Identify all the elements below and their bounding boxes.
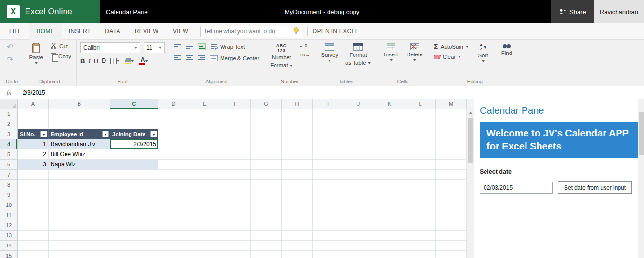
cell-C11[interactable] [110, 210, 158, 220]
cell-A1[interactable] [18, 109, 49, 119]
cell-G1[interactable] [251, 109, 282, 119]
cell-F12[interactable] [220, 220, 251, 231]
cell-I10[interactable] [313, 200, 343, 210]
cell-M3[interactable] [436, 129, 467, 139]
column-header-M[interactable]: M [436, 99, 467, 109]
row-header-14[interactable]: 14 [0, 241, 18, 251]
cell-B6[interactable]: Napa Wiz [49, 160, 110, 170]
cell-J6[interactable] [343, 160, 374, 170]
cell-F1[interactable] [220, 109, 251, 119]
cell-M13[interactable] [436, 231, 467, 241]
cell-J8[interactable] [343, 180, 374, 190]
cell-H8[interactable] [282, 180, 313, 190]
cell-G14[interactable] [251, 241, 282, 251]
align-bottom-button[interactable] [197, 42, 207, 51]
align-right-button[interactable] [197, 54, 206, 62]
cell-D14[interactable] [158, 241, 189, 251]
cell-G3[interactable] [251, 129, 282, 139]
select-all-button[interactable] [0, 99, 18, 109]
cell-E5[interactable] [189, 149, 220, 160]
cell-K2[interactable] [374, 119, 405, 129]
cell-I2[interactable] [313, 119, 343, 129]
cell-A2[interactable] [18, 119, 49, 129]
cell-H6[interactable] [282, 160, 313, 170]
cell-A6[interactable]: 3 [18, 160, 49, 170]
cell-L9[interactable] [405, 190, 436, 200]
cell-A11[interactable] [18, 210, 49, 220]
cell-K7[interactable] [374, 170, 405, 180]
cell-K3[interactable] [374, 129, 405, 139]
row-header-12[interactable]: 12 [0, 220, 18, 231]
cell-K14[interactable] [374, 241, 405, 251]
cell-A14[interactable] [18, 241, 49, 251]
row-header-4[interactable]: 4 [0, 139, 18, 149]
scroll-up-button[interactable] [467, 109, 474, 117]
cell-F11[interactable] [220, 210, 251, 220]
cell-B8[interactable] [49, 180, 110, 190]
cell-L4[interactable] [405, 139, 436, 149]
cell-H15[interactable] [282, 251, 313, 258]
cell-C3[interactable]: Joining Date [110, 129, 158, 139]
cell-A12[interactable] [18, 220, 49, 231]
cell-J3[interactable] [343, 129, 374, 139]
cell-A5[interactable]: 2 [18, 149, 49, 160]
column-header-G[interactable]: G [251, 99, 282, 109]
cell-B11[interactable] [49, 210, 110, 220]
sort-button[interactable]: AZ Sort [473, 42, 493, 63]
cell-I14[interactable] [313, 241, 343, 251]
cell-F13[interactable] [220, 231, 251, 241]
column-header-K[interactable]: K [374, 99, 405, 109]
cell-D2[interactable] [158, 119, 189, 129]
cell-L5[interactable] [405, 149, 436, 160]
cell-D5[interactable] [158, 149, 189, 160]
cell-A8[interactable] [18, 180, 49, 190]
fill-color-button[interactable] [124, 57, 135, 65]
excel-logo[interactable]: X Excel Online [0, 0, 100, 23]
cell-E1[interactable] [189, 109, 220, 119]
row-header-15[interactable]: 15 [0, 251, 18, 258]
cell-J4[interactable] [343, 139, 374, 149]
cell-H3[interactable] [282, 129, 313, 139]
cell-K15[interactable] [374, 251, 405, 258]
filter-button-A3[interactable] [40, 131, 47, 137]
cell-H9[interactable] [282, 190, 313, 200]
cell-D1[interactable] [158, 109, 189, 119]
cell-H10[interactable] [282, 200, 313, 210]
cell-J11[interactable] [343, 210, 374, 220]
cell-L10[interactable] [405, 200, 436, 210]
row-header-11[interactable]: 11 [0, 210, 18, 220]
cell-D7[interactable] [158, 170, 189, 180]
cell-E14[interactable] [189, 241, 220, 251]
cell-E8[interactable] [189, 180, 220, 190]
decrease-decimal-button[interactable]: .00→ [298, 52, 311, 58]
cell-F4[interactable] [220, 139, 251, 149]
grid-vertical-scrollbar[interactable] [467, 99, 474, 258]
cell-G15[interactable] [251, 251, 282, 258]
cell-L12[interactable] [405, 220, 436, 231]
cell-C1[interactable] [110, 109, 158, 119]
cell-H13[interactable] [282, 231, 313, 241]
cell-C2[interactable] [110, 119, 158, 129]
cut-button[interactable]: Cut [50, 42, 72, 50]
double-underline-button[interactable]: D [102, 57, 106, 65]
cell-I4[interactable] [313, 139, 343, 149]
cell-D4[interactable] [158, 139, 189, 149]
cell-G10[interactable] [251, 200, 282, 210]
cell-J10[interactable] [343, 200, 374, 210]
cell-E6[interactable] [189, 160, 220, 170]
delete-button[interactable]: Delete [405, 42, 425, 62]
cell-F8[interactable] [220, 180, 251, 190]
cell-D12[interactable] [158, 220, 189, 231]
share-button[interactable]: Share [551, 0, 594, 23]
cell-C12[interactable] [110, 220, 158, 231]
tell-me-input[interactable] [204, 28, 290, 35]
cell-C8[interactable] [110, 180, 158, 190]
cell-H12[interactable] [282, 220, 313, 231]
column-header-H[interactable]: H [282, 99, 313, 109]
column-header-A[interactable]: A [18, 99, 49, 109]
cell-G5[interactable] [251, 149, 282, 160]
align-middle-button[interactable] [185, 43, 194, 51]
cell-F15[interactable] [220, 251, 251, 258]
column-header-I[interactable]: I [313, 99, 343, 109]
format-as-table-button[interactable]: Format as Table [343, 42, 373, 67]
